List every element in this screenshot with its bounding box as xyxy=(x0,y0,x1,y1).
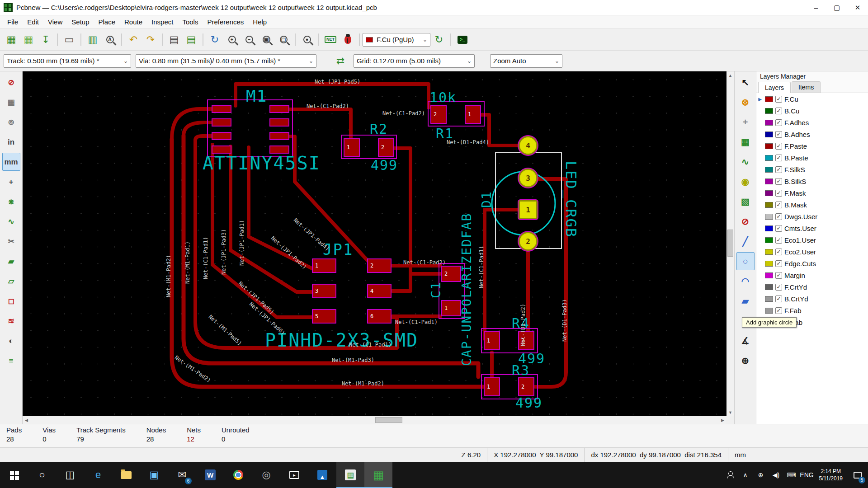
units-inches-button[interactable]: in xyxy=(2,133,20,151)
layer-row[interactable]: B.Mask xyxy=(756,199,868,211)
select-tool-button[interactable]: ↖ xyxy=(736,73,755,91)
layer-visibility-checkbox[interactable] xyxy=(775,155,782,161)
layer-visibility-checkbox[interactable] xyxy=(775,213,782,220)
layer-row[interactable]: F.Adhes xyxy=(756,117,868,128)
layer-row[interactable]: F.CrtYd xyxy=(756,281,868,293)
scripting-console-button[interactable]: >_ xyxy=(454,31,471,48)
layer-row[interactable]: Margin xyxy=(756,269,868,281)
kicad-button[interactable]: ▦ xyxy=(336,462,364,488)
layer-visibility-checkbox[interactable] xyxy=(775,178,782,185)
zones-show-button[interactable]: ▰ xyxy=(2,252,20,270)
pads-sketch-button[interactable]: ◻ xyxy=(2,292,20,310)
layer-row[interactable]: F.Mask xyxy=(756,187,868,199)
add-dimension-button[interactable]: ∡ xyxy=(736,332,755,350)
layer-visibility-checkbox[interactable] xyxy=(775,307,782,314)
undo-button[interactable]: ↶ xyxy=(125,31,142,48)
track-width-select[interactable]: Track: 0.500 mm (19.69 mils) * xyxy=(4,54,131,68)
explorer-button[interactable] xyxy=(112,462,140,488)
layer-color-swatch[interactable] xyxy=(765,108,773,114)
footprint-browser-button[interactable]: A xyxy=(101,31,118,48)
layer-visibility-checkbox[interactable] xyxy=(775,166,782,173)
layer-color-swatch[interactable] xyxy=(765,202,773,208)
zoom-select[interactable]: Zoom Auto xyxy=(490,54,562,68)
layer-visibility-checkbox[interactable] xyxy=(775,202,782,208)
units-mm-button[interactable]: mm xyxy=(2,153,20,171)
clock[interactable]: 2:14 PM 5/11/2019 xyxy=(815,468,848,482)
auto-track-width-button[interactable]: ⇄ xyxy=(332,52,349,70)
swap-layers-button[interactable]: ↻ xyxy=(430,31,448,48)
add-via-button[interactable]: ◉ xyxy=(736,173,755,191)
movies-app-button[interactable]: ▸ xyxy=(280,462,308,488)
layer-color-swatch[interactable] xyxy=(765,296,773,302)
local-ratsnest-button[interactable]: + xyxy=(736,113,755,131)
minimize-button[interactable]: – xyxy=(806,0,826,15)
layer-visibility-checkbox[interactable] xyxy=(775,131,782,138)
scroll-up-icon[interactable]: ▲ xyxy=(726,71,734,79)
horizontal-scrollbar[interactable]: ◀ ▶ xyxy=(23,416,726,424)
layer-color-swatch[interactable] xyxy=(765,308,773,314)
menu-item[interactable]: Route xyxy=(120,16,147,28)
start-button[interactable] xyxy=(0,462,28,488)
layer-visibility-checkbox[interactable] xyxy=(775,119,782,126)
menu-item[interactable]: Setup xyxy=(67,16,94,28)
zoom-selection-button[interactable]: ▢ xyxy=(275,31,292,48)
vertical-scroll-thumb[interactable] xyxy=(727,230,733,257)
menu-item[interactable]: View xyxy=(43,16,67,28)
layer-color-swatch[interactable] xyxy=(765,190,773,196)
volume-icon[interactable]: ◀) xyxy=(769,462,784,488)
people-icon[interactable] xyxy=(722,462,738,488)
tracks-sketch-button[interactable]: ≋ xyxy=(2,312,20,330)
layer-visibility-checkbox[interactable] xyxy=(775,225,782,232)
add-footprint-button[interactable]: ▦ xyxy=(736,133,755,151)
print-button[interactable]: ▤ xyxy=(165,31,183,48)
layer-visibility-checkbox[interactable] xyxy=(775,96,782,103)
language-indicator[interactable]: ENG xyxy=(799,462,815,488)
layer-visibility-checkbox[interactable] xyxy=(775,237,782,244)
layer-row[interactable]: Eco2.User xyxy=(756,246,868,258)
vertical-scrollbar[interactable]: ▲ ▼ xyxy=(726,71,734,416)
layer-row[interactable]: B.CrtYd xyxy=(756,293,868,305)
word-button[interactable]: W xyxy=(196,462,224,488)
high-contrast-button[interactable]: ◐ xyxy=(2,332,20,350)
chrome-button[interactable] xyxy=(224,462,252,488)
layer-visibility-checkbox[interactable] xyxy=(775,143,782,150)
mail-button[interactable]: ✉ 6 xyxy=(168,462,196,488)
add-graphic-polygon-button[interactable]: ▰ xyxy=(736,292,755,310)
layer-color-swatch[interactable] xyxy=(765,249,773,255)
layer-color-swatch[interactable] xyxy=(765,143,773,149)
layer-color-swatch[interactable] xyxy=(765,155,773,161)
redo-button[interactable]: ↷ xyxy=(142,31,159,48)
layer-visibility-checkbox[interactable] xyxy=(775,260,782,267)
tray-expand-icon[interactable]: ∧ xyxy=(738,462,753,488)
layer-visibility-checkbox[interactable] xyxy=(775,249,782,255)
layer-row[interactable]: B.Adhes xyxy=(756,128,868,140)
layer-row[interactable]: F.Fab xyxy=(756,305,868,316)
layers-manager-toggle-button[interactable]: ≡ xyxy=(2,352,20,370)
layer-color-swatch[interactable] xyxy=(765,96,773,102)
layers-manager-tab[interactable]: Items xyxy=(792,81,821,93)
route-tracks-button[interactable]: ∿ xyxy=(736,153,755,171)
layer-row[interactable]: Eco1.User xyxy=(756,234,868,246)
layer-visibility-checkbox[interactable] xyxy=(775,272,782,279)
layer-row[interactable]: Edge.Cuts xyxy=(756,258,868,269)
grid-hide-button[interactable]: ▦ xyxy=(2,93,20,111)
network-icon[interactable]: ⊕ xyxy=(753,462,769,488)
maximize-button[interactable]: ▢ xyxy=(826,0,847,15)
layer-color-swatch[interactable] xyxy=(765,167,773,173)
ratsnest-hide-button[interactable]: ⋇ xyxy=(2,192,20,211)
task-view-button[interactable]: ◫ xyxy=(56,462,84,488)
edge-button[interactable]: e xyxy=(84,462,112,488)
active-layer-select[interactable]: F.Cu (PgUp) xyxy=(363,33,430,47)
menu-item[interactable]: File xyxy=(3,16,23,28)
layer-visibility-checkbox[interactable] xyxy=(775,190,782,197)
cursor-shape-button[interactable]: + xyxy=(2,173,20,191)
layers-manager-tab[interactable]: Layers xyxy=(758,82,791,93)
notification-center-button[interactable]: 5 xyxy=(847,462,868,488)
layer-row[interactable]: B.Paste xyxy=(756,152,868,164)
close-button[interactable]: ✕ xyxy=(847,0,868,15)
menu-item[interactable]: Help xyxy=(248,16,271,28)
layer-row[interactable]: F.Paste xyxy=(756,140,868,152)
layer-row[interactable]: Cmts.User xyxy=(756,222,868,234)
drc-button[interactable] xyxy=(339,31,356,48)
layer-color-swatch[interactable] xyxy=(765,284,773,290)
